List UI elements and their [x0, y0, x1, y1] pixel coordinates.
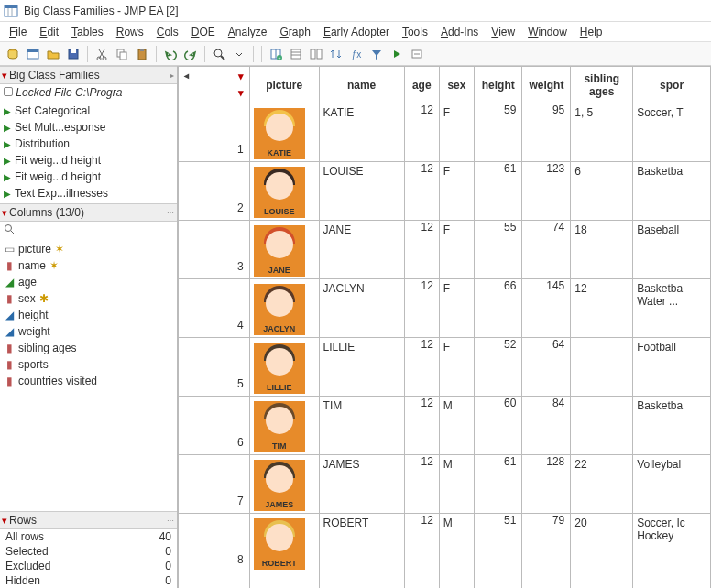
cell-age[interactable]: 12	[404, 221, 439, 279]
cell-height[interactable]: 60	[475, 397, 522, 455]
cell-sex[interactable]: M	[439, 455, 474, 514]
cell-weight[interactable]: 79	[522, 514, 571, 572]
cell-height[interactable]: 66	[475, 279, 522, 338]
cell-name[interactable]	[319, 572, 404, 589]
col-header[interactable]: age	[404, 67, 439, 103]
menu-tables[interactable]: Tables	[66, 24, 109, 40]
menu-add-ins[interactable]: Add-Ins	[435, 24, 484, 40]
search-icon[interactable]	[4, 223, 15, 234]
disclosure-icon[interactable]: ▾	[2, 70, 7, 82]
row-number[interactable]: 2	[179, 162, 250, 221]
stack-button[interactable]	[287, 45, 305, 63]
col-header[interactable]: sibling ages	[571, 67, 633, 103]
cell-sports[interactable]: Basketba	[633, 162, 711, 221]
col-header[interactable]: picture	[249, 67, 319, 103]
cell-height[interactable]: 61	[475, 455, 522, 514]
table-panel-header[interactable]: ▾ Big Class Families ▸	[0, 66, 177, 84]
row-number[interactable]: 7	[179, 455, 250, 514]
row-number[interactable]: 8	[179, 514, 250, 572]
cell-age[interactable]: 12	[404, 514, 439, 572]
run-triangle-icon[interactable]: ▶	[4, 156, 11, 166]
menu-analyze[interactable]: Analyze	[223, 24, 273, 40]
cell-weight[interactable]: 145	[522, 279, 571, 338]
rows-stat[interactable]: Hidden0	[0, 573, 177, 588]
col-new-button[interactable]: +	[267, 45, 285, 63]
rows-panel-header[interactable]: ▾ Rows ⋯	[0, 511, 177, 529]
redo-button[interactable]	[181, 45, 200, 63]
menu-early-adopter[interactable]: Early Adopter	[318, 24, 395, 40]
cell-siblings[interactable]	[571, 572, 633, 589]
zoom-button[interactable]	[210, 45, 228, 63]
row-number[interactable]: 4	[179, 279, 250, 338]
cell-age[interactable]: 12	[404, 338, 439, 397]
col-header[interactable]: spor	[633, 67, 711, 103]
row-number[interactable]: 6	[179, 397, 250, 455]
run-triangle-icon[interactable]: ▶	[4, 123, 11, 133]
table-new-button[interactable]	[24, 45, 42, 63]
table-row[interactable]: 6TIMTIM12M6084Basketba	[179, 397, 711, 455]
data-grid[interactable]: ◂▾▾picturenameagesexheightweightsibling …	[178, 66, 711, 588]
db-open-button[interactable]	[4, 45, 22, 63]
cell-name[interactable]: ROBERT	[319, 514, 404, 572]
cell-name[interactable]: TIM	[319, 397, 404, 455]
column-item[interactable]: ▮sibling ages	[4, 340, 173, 356]
menu-doe[interactable]: DOE	[186, 24, 221, 40]
column-item[interactable]: ▮name✶	[4, 257, 173, 274]
cell-weight[interactable]: 95	[522, 103, 571, 162]
column-item[interactable]: ▭picture✶	[4, 241, 173, 257]
sort-button[interactable]	[327, 45, 345, 63]
menu-edit[interactable]: Edit	[34, 24, 64, 40]
copy-button[interactable]	[113, 45, 131, 63]
cell-height[interactable]: 55	[475, 221, 522, 279]
folder-open-button[interactable]	[44, 45, 62, 63]
col-header[interactable]: name	[319, 67, 404, 103]
script-item[interactable]: ▶Text Exp...illnesses	[4, 185, 173, 201]
menu-cols[interactable]: Cols	[151, 24, 184, 40]
cell-age[interactable]: 12	[404, 397, 439, 455]
menu-help[interactable]: Help	[574, 24, 608, 40]
cell-picture[interactable]: LILLIE	[249, 338, 319, 397]
columns-panel-header[interactable]: ▾ Columns (13/0) ⋯	[0, 203, 177, 222]
cell-siblings[interactable]	[571, 397, 633, 455]
cell-height[interactable]	[475, 572, 522, 589]
menu-view[interactable]: View	[486, 24, 520, 40]
column-item[interactable]: ▮sex✱	[4, 290, 173, 307]
cell-weight[interactable]: 64	[522, 338, 571, 397]
cell-weight[interactable]: 74	[522, 221, 571, 279]
menu-window[interactable]: Window	[522, 24, 573, 40]
run-triangle-icon[interactable]: ▶	[4, 139, 11, 149]
dropdown-button[interactable]	[230, 45, 248, 63]
menu-tools[interactable]: Tools	[397, 24, 433, 40]
cell-name[interactable]: JANE	[319, 221, 404, 279]
paste-button[interactable]	[133, 45, 151, 63]
cell-age[interactable]: 12	[404, 455, 439, 514]
cell-picture[interactable]: JAMES	[249, 455, 319, 514]
run-button[interactable]	[388, 45, 406, 63]
run-triangle-icon[interactable]: ▶	[4, 189, 11, 199]
run-triangle-icon[interactable]: ▶	[4, 172, 11, 182]
cell-age[interactable]: 12	[404, 279, 439, 338]
row-number[interactable]: 9	[179, 572, 250, 589]
cell-picture[interactable]: JANE	[249, 221, 319, 279]
cell-sex[interactable]: F	[439, 162, 474, 221]
cell-siblings[interactable]: 22	[571, 455, 633, 514]
save-button[interactable]	[64, 45, 82, 63]
rows-stat[interactable]: All rows40	[0, 529, 177, 544]
col-header[interactable]: weight	[522, 67, 571, 103]
table-row[interactable]: 7JAMESJAMES12M6112822Volleybal	[179, 455, 711, 514]
cell-age[interactable]: 12	[404, 103, 439, 162]
cell-sex[interactable]: F	[439, 338, 474, 397]
table-row[interactable]: 8ROBERTROBERT12M517920Soccer, Ic Hockey	[179, 514, 711, 572]
cell-sex[interactable]: M	[439, 397, 474, 455]
filter-button[interactable]	[367, 45, 386, 63]
script-item[interactable]: ▶Fit weig...d height	[4, 152, 173, 169]
disclosure-icon[interactable]: ▾	[2, 515, 7, 527]
cut-button[interactable]	[93, 45, 111, 63]
column-item[interactable]: ▮countries visited	[4, 373, 173, 389]
row-number[interactable]: 3	[179, 221, 250, 279]
column-item[interactable]: ▮sports	[4, 356, 173, 373]
script-item[interactable]: ▶Set Categorical	[4, 103, 173, 119]
cell-sports[interactable]: Basketba Water ...	[633, 279, 711, 338]
cell-sports[interactable]: Baseball	[633, 221, 711, 279]
cell-name[interactable]: LOUISE	[319, 162, 404, 221]
